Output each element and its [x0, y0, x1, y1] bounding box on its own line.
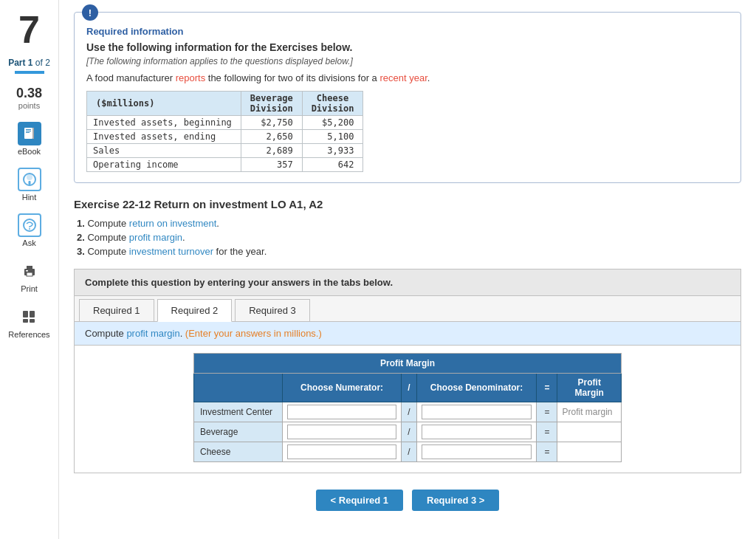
pm-result-cell: Profit margin: [557, 402, 622, 422]
task-1: 1. Compute return on investment.: [77, 218, 741, 229]
ask-label: Ask: [22, 238, 35, 247]
svg-rect-17: [30, 319, 35, 323]
pm-table-row: Investment Center / = Profit margin: [194, 402, 622, 422]
pm-result-cell: [557, 442, 622, 462]
references-button[interactable]: References: [8, 305, 49, 339]
points-value: 0.38: [16, 86, 42, 101]
pm-row-label: Beverage: [194, 422, 283, 442]
prev-button[interactable]: < Required 1: [316, 490, 403, 511]
svg-rect-16: [23, 319, 28, 323]
th-slash: /: [402, 374, 416, 402]
info-italic: [The following information applies to th…: [86, 56, 729, 66]
task-2: 2. Compute profit margin.: [77, 232, 741, 243]
svg-rect-11: [27, 266, 32, 270]
pm-denominator-cell[interactable]: [416, 422, 537, 442]
pm-equals: =: [537, 402, 557, 422]
svg-rect-2: [26, 131, 31, 131]
th-equals: =: [537, 374, 557, 402]
nav-buttons: < Required 1 Required 3 >: [74, 481, 741, 520]
references-icon: [17, 305, 41, 329]
svg-rect-15: [30, 311, 35, 317]
references-label: References: [8, 330, 49, 339]
pm-slash: /: [402, 422, 416, 442]
th-center: [194, 374, 283, 402]
print-icon: [18, 259, 41, 283]
question-number: 7: [18, 7, 40, 52]
print-button[interactable]: Print: [18, 259, 41, 293]
tab-section: Complete this question by entering your …: [74, 269, 741, 473]
pm-denominator-input[interactable]: [422, 425, 532, 439]
task-3: 3. Compute investment turnover for the y…: [77, 246, 741, 257]
info-icon: !: [82, 4, 98, 21]
pm-numerator-input[interactable]: [287, 444, 396, 459]
table-row: Invested assets, beginning$2,750$5,200: [87, 116, 363, 130]
pm-row-label: Cheese: [194, 442, 283, 462]
task-list: 1. Compute return on investment. 2. Comp…: [74, 218, 741, 257]
th-denominator: Choose Denominator:: [416, 374, 537, 402]
ebook-icon: [18, 122, 41, 145]
col-label: ($millions): [87, 92, 241, 116]
profit-margin-table: Profit Margin Choose Numerator: / Choose…: [193, 353, 622, 462]
part-indicator: Part 1 of 2: [8, 58, 50, 68]
pm-table-row: Beverage / =: [194, 422, 622, 442]
points-label: points: [18, 101, 40, 110]
hint-icon: [18, 168, 41, 191]
svg-rect-14: [23, 311, 28, 317]
ebook-label: eBook: [18, 147, 41, 156]
tab-required-2[interactable]: Required 2: [157, 299, 233, 322]
ebook-button[interactable]: eBook: [18, 122, 41, 156]
compute-text: Compute profit margin. (Enter your answe…: [75, 322, 740, 346]
ask-icon: [18, 213, 41, 237]
pm-row-label: Investment Center: [194, 402, 283, 422]
svg-rect-3: [26, 132, 30, 133]
info-text: A food manufacturer reports the followin…: [86, 72, 729, 83]
pm-slash: /: [402, 402, 416, 422]
hint-button[interactable]: Hint: [18, 168, 41, 202]
tab-required-3[interactable]: Required 3: [235, 299, 310, 322]
part-progress-bar: [15, 71, 44, 74]
th-result: Profit Margin: [557, 374, 622, 402]
next-button[interactable]: Required 3 >: [412, 490, 499, 511]
pm-denominator-cell[interactable]: [416, 402, 537, 422]
col-beverage: BeverageDivision: [241, 92, 302, 116]
svg-point-6: [27, 174, 32, 180]
th-numerator: Choose Numerator:: [283, 374, 402, 402]
table-row: Sales2,6893,933: [87, 144, 363, 158]
tab-section-header: Complete this question by entering your …: [75, 270, 740, 296]
exercise-title: Exercise 22-12 Return on investment LO A…: [74, 198, 741, 210]
pm-denominator-input[interactable]: [422, 405, 532, 419]
info-box: ! Required information Use the following…: [74, 12, 741, 183]
tabs-container: Required 1 Required 2 Required 3: [75, 296, 740, 322]
pm-equals: =: [537, 442, 557, 462]
tab-required-1[interactable]: Required 1: [79, 299, 154, 322]
table-row: Invested assets, ending2,6505,100: [87, 130, 363, 144]
info-heading: Use the following information for the Ex…: [86, 41, 729, 53]
pm-slash: /: [402, 442, 416, 462]
svg-rect-12: [27, 272, 32, 276]
hint-label: Hint: [22, 193, 37, 202]
pm-denominator-input[interactable]: [422, 444, 532, 459]
info-title: Required information: [86, 26, 729, 37]
pm-numerator-input[interactable]: [287, 425, 396, 439]
ask-button[interactable]: Ask: [18, 213, 41, 247]
pm-numerator-cell[interactable]: [283, 442, 402, 462]
svg-rect-4: [32, 128, 34, 139]
pm-equals: =: [537, 422, 557, 442]
pm-table-title: Profit Margin: [194, 354, 622, 374]
print-label: Print: [21, 284, 38, 293]
pm-table-row: Cheese / =: [194, 442, 622, 462]
pm-numerator-cell[interactable]: [283, 402, 402, 422]
pm-result-cell: [557, 422, 622, 442]
col-cheese: CheeseDivision: [302, 92, 363, 116]
svg-rect-13: [26, 270, 28, 272]
table-row: Operating income357642: [87, 158, 363, 172]
pm-denominator-cell[interactable]: [416, 442, 537, 462]
profit-margin-container: Profit Margin Choose Numerator: / Choose…: [75, 346, 740, 473]
svg-rect-7: [28, 181, 30, 185]
pm-numerator-cell[interactable]: [283, 422, 402, 442]
pm-result-text: Profit margin: [562, 407, 612, 417]
svg-rect-1: [26, 129, 31, 130]
info-table: ($millions) BeverageDivision CheeseDivis…: [86, 91, 363, 172]
svg-point-9: [29, 228, 30, 230]
pm-numerator-input[interactable]: [287, 405, 396, 419]
